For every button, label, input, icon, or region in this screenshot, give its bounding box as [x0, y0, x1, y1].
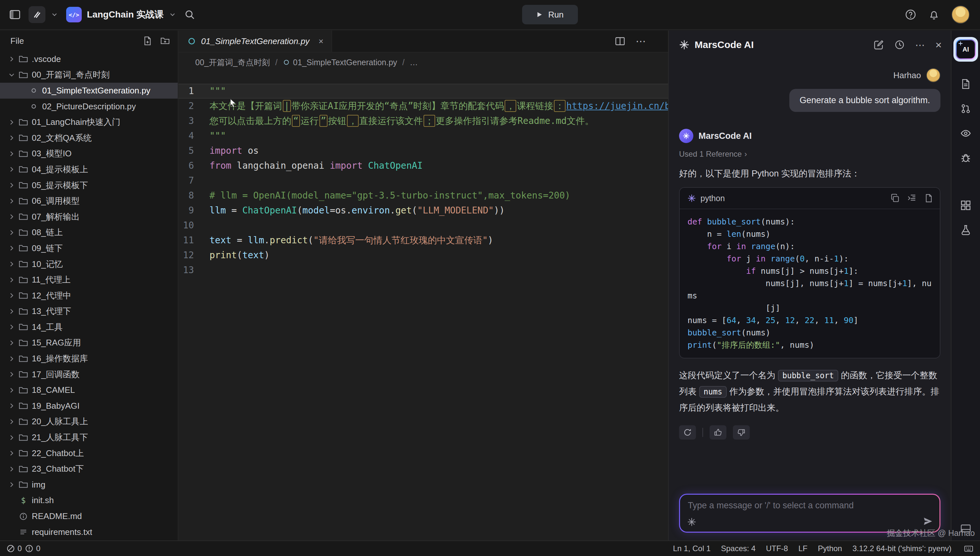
ide-logo[interactable]	[29, 6, 58, 23]
tree-item[interactable]: 13_代理下	[0, 304, 178, 320]
inline-code-chip: bubble_sort	[778, 370, 839, 381]
tree-item[interactable]: 11_代理上	[0, 272, 178, 288]
code-line: for i in range(n):	[688, 240, 932, 253]
warning-icon	[25, 544, 33, 553]
tree-item[interactable]: 16_操作数据库	[0, 351, 178, 367]
tree-item[interactable]: 12_代理中	[0, 288, 178, 304]
send-icon[interactable]	[923, 516, 933, 527]
status-item[interactable]: Python	[818, 544, 842, 553]
status-item[interactable]: UTF-8	[766, 544, 788, 553]
status-item[interactable]: 3.12.2 64-bit ('shims': pyenv)	[852, 544, 951, 553]
assistant-more-icon[interactable]: ⋯	[915, 39, 925, 51]
new-file-from-code-icon[interactable]	[924, 194, 933, 203]
problems-warnings[interactable]: 0	[25, 544, 40, 553]
history-icon[interactable]	[894, 40, 905, 50]
tab-close-icon[interactable]: ×	[318, 36, 323, 46]
tree-item[interactable]: 15_RAG应用	[0, 335, 178, 351]
editor-more-actions-icon[interactable]: ⋯	[636, 35, 646, 47]
doc-icon[interactable]	[960, 79, 971, 89]
test-lab-icon[interactable]	[960, 225, 971, 236]
watermark: 掘金技术社区 @ Harhao	[887, 528, 975, 538]
breadcrumb-item[interactable]: 01_SimpleTextGeneration.py	[283, 58, 397, 67]
folder-icon	[17, 165, 30, 174]
chat-input[interactable]	[688, 501, 914, 511]
tree-item[interactable]: img	[0, 477, 178, 493]
tree-item[interactable]: 06_调用模型	[0, 193, 178, 209]
tree-item[interactable]: 23_Chatbot下	[0, 461, 178, 477]
tree-item[interactable]: README.md	[0, 508, 178, 524]
folder-icon	[17, 370, 30, 379]
status-item[interactable]: Ln 1, Col 1	[673, 544, 710, 553]
tree-item[interactable]: $init.sh	[0, 493, 178, 509]
tree-item[interactable]: 09_链下	[0, 240, 178, 256]
code-area[interactable]: 1"""2本文件是【开篇词|带你亲证AI应用开发的“奇点”时刻】章节的配套代码，…	[178, 72, 668, 540]
tree-item[interactable]: 18_CAMEL	[0, 382, 178, 398]
tree-item[interactable]: 22_Chatbot上	[0, 445, 178, 461]
tree-item[interactable]: 20_人脉工具上	[0, 414, 178, 430]
right-toolbar: AI	[951, 31, 980, 540]
folder-icon	[17, 133, 30, 143]
tree-item[interactable]: 17_回调函数	[0, 367, 178, 383]
tree-item-label: 05_提示模板下	[32, 180, 88, 191]
debug-icon[interactable]	[960, 152, 971, 163]
new-file-icon[interactable]	[143, 36, 152, 46]
tree-item-label: 14_工具	[32, 322, 63, 333]
folder-icon	[17, 259, 30, 269]
tree-item[interactable]: 01_LangChain快速入门	[0, 114, 178, 130]
thumbs-up-icon[interactable]	[710, 425, 727, 440]
merge-request-icon[interactable]	[960, 103, 971, 114]
chevron-right-icon: ›	[744, 150, 747, 158]
split-editor-icon[interactable]	[615, 36, 625, 46]
folder-icon	[17, 322, 30, 332]
workbench: File .vscode00_开篇词_奇点时刻01_SimpleTextGene…	[0, 31, 980, 540]
breadcrumb-separator: /	[402, 58, 405, 67]
toggle-sidebar-icon[interactable]	[9, 9, 21, 21]
tree-item[interactable]: 21_人脉工具下	[0, 430, 178, 445]
extensions-icon[interactable]	[960, 200, 971, 211]
status-item[interactable]: LF	[798, 544, 807, 553]
tree-item[interactable]: 04_提示模板上	[0, 162, 178, 178]
breadcrumb-separator: /	[275, 58, 278, 67]
new-folder-icon[interactable]	[160, 36, 170, 46]
tree-item[interactable]: 02_PictureDescription.py	[0, 99, 178, 115]
tree-item[interactable]: requirements.txt	[0, 524, 178, 540]
tree-item[interactable]: 02_文档QA系统	[0, 130, 178, 146]
insert-code-icon[interactable]	[907, 194, 917, 203]
project-switcher[interactable]: </> LangChain 实战课	[66, 7, 176, 23]
regenerate-icon[interactable]	[679, 425, 696, 440]
tab-simple-text-generation[interactable]: 01_SimpleTextGeneration.py ×	[178, 31, 332, 52]
new-chat-icon[interactable]	[873, 40, 884, 50]
tree-item[interactable]: 07_解析输出	[0, 209, 178, 225]
used-reference-link[interactable]: Used 1 Reference ›	[679, 150, 940, 158]
ai-assistant-icon[interactable]: AI	[953, 37, 978, 61]
search-icon[interactable]	[184, 9, 195, 20]
breadcrumb-item[interactable]: 00_开篇词_奇点时刻	[195, 57, 270, 68]
tree-item[interactable]: 14_工具	[0, 319, 178, 335]
code-line: def bubble_sort(nums):	[688, 216, 932, 228]
problems-errors[interactable]: 0	[6, 544, 22, 553]
copy-code-icon[interactable]	[891, 194, 899, 203]
status-item[interactable]: Spaces: 4	[721, 544, 756, 553]
inline-code-chip: nums	[699, 386, 727, 398]
tree-item-label: 01_LangChain快速入门	[32, 116, 120, 128]
notifications-bell-icon[interactable]	[928, 9, 940, 21]
tree-item[interactable]: 10_记忆	[0, 256, 178, 272]
help-icon[interactable]	[905, 9, 917, 21]
tree-item[interactable]: 03_模型IO	[0, 146, 178, 162]
run-button[interactable]: Run	[522, 5, 578, 24]
code-line: 13	[178, 263, 668, 278]
code-review-eye-icon[interactable]	[960, 128, 971, 139]
code-block[interactable]: def bubble_sort(nums): n = len(nums) for…	[680, 209, 940, 358]
tree-item[interactable]: 05_提示模板下	[0, 178, 178, 193]
assistant-close-icon[interactable]: ×	[935, 39, 942, 51]
thumbs-down-icon[interactable]	[733, 425, 750, 440]
tree-item[interactable]: 08_链上	[0, 225, 178, 241]
keyboard-panel-icon[interactable]	[964, 544, 974, 553]
tree-item[interactable]: 19_BabyAGI	[0, 398, 178, 414]
tree-item[interactable]: 00_开篇词_奇点时刻	[0, 67, 178, 83]
tree-item[interactable]: 01_SimpleTextGeneration.py	[0, 83, 178, 99]
code-line: 6from langchain_openai import ChatOpenAI	[178, 158, 668, 173]
user-avatar[interactable]	[951, 5, 970, 24]
tree-item[interactable]: .vscode	[0, 51, 178, 67]
breadcrumb-item[interactable]: …	[410, 58, 418, 67]
